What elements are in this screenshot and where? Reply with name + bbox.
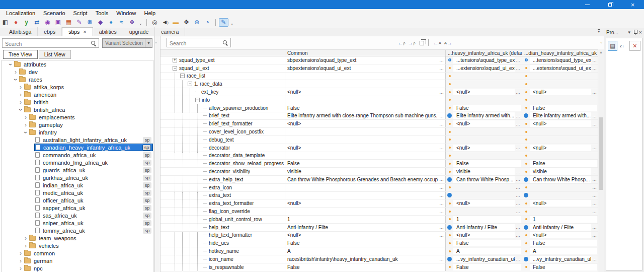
find-previous-icon[interactable]: ←ρ bbox=[397, 39, 406, 47]
tree-item-british_africa[interactable]: ›british_africa bbox=[2, 106, 153, 113]
common-value-cell[interactable]: <null>… bbox=[285, 144, 445, 152]
export-package-icon[interactable]: ▣ bbox=[53, 18, 63, 27]
droplet-icon[interactable]: ♦ bbox=[106, 18, 116, 27]
sp-override-cell[interactable] bbox=[522, 96, 598, 104]
tree-item-dev[interactable]: ›dev bbox=[2, 68, 153, 76]
default-override-cell[interactable] bbox=[445, 128, 522, 135]
toolbar-overflow-icon[interactable]: ⌄ bbox=[139, 21, 142, 26]
sp-override-cell[interactable]: False bbox=[522, 263, 598, 271]
common-value-cell[interactable]: False bbox=[285, 104, 445, 112]
expander-expanded-icon[interactable]: − bbox=[188, 82, 192, 86]
sp-override-cell[interactable]: ...vy_infantry_canadian_uk… bbox=[522, 255, 598, 263]
ellipsis-button[interactable]: … bbox=[591, 145, 597, 150]
common-value-cell[interactable]: A bbox=[285, 247, 445, 255]
ellipsis-button[interactable]: … bbox=[515, 121, 521, 126]
override-value[interactable]: Elite infantry armed with... bbox=[530, 112, 591, 119]
override-value[interactable]: A bbox=[453, 248, 521, 254]
override-value[interactable]: ...tensions\squad_type_ext bbox=[453, 57, 515, 63]
tree-item-afrika_korps[interactable]: ›afrika_korps bbox=[2, 83, 153, 91]
common-value-cell[interactable]: visible… bbox=[285, 168, 445, 175]
common-value-cell[interactable] bbox=[285, 136, 445, 144]
override-value[interactable]: visible bbox=[453, 168, 515, 175]
override-value[interactable]: False bbox=[453, 240, 521, 246]
menu-window[interactable]: Window bbox=[112, 10, 140, 17]
tab-ebps[interactable]: ebps bbox=[38, 27, 62, 36]
panel-close-icon[interactable]: × bbox=[639, 29, 642, 35]
override-value[interactable]: <null> bbox=[453, 120, 515, 127]
sp-override-cell[interactable]: A bbox=[522, 247, 598, 255]
default-override-cell[interactable]: A bbox=[445, 247, 522, 255]
layers-search-icon[interactable]: ❖ bbox=[127, 18, 137, 27]
tree-item-medic_africa_uk[interactable]: medic_africa_uksp bbox=[2, 189, 153, 196]
inspect-icon[interactable]: ◉ bbox=[43, 18, 52, 27]
chevron-collapsed-icon[interactable]: › bbox=[17, 92, 24, 97]
expand-column-right-icon[interactable]: A→ bbox=[443, 39, 453, 47]
expander-expanded-icon[interactable]: − bbox=[180, 74, 185, 78]
default-override-cell[interactable]: … bbox=[445, 184, 522, 191]
tree-item-canadian_heavy_infantry_africa_uk[interactable]: canadian_heavy_infantry_africa_uksp bbox=[2, 144, 153, 151]
tree-item-gurkhas_africa_uk[interactable]: gurkhas_africa_uksp bbox=[2, 174, 153, 181]
ellipsis-button[interactable]: … bbox=[438, 201, 444, 206]
tree-item-commando_lmg_africa_uk[interactable]: commando_lmg_africa_uksp bbox=[2, 159, 153, 166]
tree-item-common[interactable]: ›common bbox=[2, 249, 153, 257]
property-name-cell[interactable]: +squad_type_ext bbox=[160, 56, 285, 64]
ellipsis-button[interactable]: … bbox=[591, 90, 597, 95]
shield-icon[interactable]: ◆ bbox=[96, 18, 105, 27]
common-value-cell[interactable] bbox=[285, 96, 445, 104]
override-value[interactable]: ...vy_infantry_canadian_uk bbox=[530, 256, 591, 262]
menu-script[interactable]: Script bbox=[69, 10, 92, 17]
ellipsis-button[interactable]: … bbox=[515, 185, 521, 190]
tree-item-indian_africa_uk[interactable]: indian_africa_uksp bbox=[2, 181, 153, 189]
view-tab-tree-view[interactable]: Tree View bbox=[3, 50, 38, 59]
seedling-icon[interactable]: y bbox=[22, 18, 31, 27]
pen-icon[interactable]: ✎ bbox=[74, 18, 84, 27]
sort-alphabetical-button[interactable]: z↓ bbox=[617, 41, 627, 51]
ellipsis-button[interactable]: … bbox=[591, 57, 597, 62]
default-override-cell[interactable] bbox=[445, 136, 522, 144]
sp-override-cell[interactable]: <null>… bbox=[522, 232, 598, 239]
chevron-expanded-icon[interactable]: › bbox=[8, 61, 13, 68]
default-override-cell[interactable]: False bbox=[445, 263, 522, 271]
sp-override-cell[interactable]: <null>… bbox=[522, 144, 598, 152]
tab-sbps[interactable]: sbps× bbox=[62, 27, 93, 36]
property-name-cell[interactable]: global_unit_control_row bbox=[160, 216, 285, 223]
property-name-cell[interactable]: hotkey_name bbox=[160, 247, 285, 255]
common-value-cell[interactable]: <null>… bbox=[285, 120, 445, 127]
chevron-collapsed-icon[interactable]: › bbox=[17, 266, 24, 271]
property-name-cell[interactable]: brief_text_formatter bbox=[160, 120, 285, 127]
override-value[interactable]: ...extensions\squad_ui_ext bbox=[453, 65, 515, 72]
default-override-cell[interactable]: ...tensions\squad_type_ext… bbox=[445, 56, 522, 64]
view-tab-list-view[interactable]: List View bbox=[39, 50, 71, 59]
property-name-cell[interactable]: −squad_ui_ext bbox=[160, 64, 285, 72]
chevron-collapsed-icon[interactable]: › bbox=[22, 115, 29, 120]
ellipsis-button[interactable]: … bbox=[438, 57, 444, 62]
chevron-expanded-icon[interactable]: › bbox=[18, 106, 23, 113]
property-name-cell[interactable]: cover_level_icon_postfix bbox=[160, 128, 285, 135]
override-value[interactable]: ...extensions\squad_ui_ext bbox=[530, 65, 591, 72]
property-name-cell[interactable]: debug_text bbox=[160, 136, 285, 144]
override-value[interactable]: Anti-infantry / Elite bbox=[453, 224, 515, 231]
ellipsis-button[interactable]: … bbox=[591, 193, 597, 198]
ellipsis-button[interactable]: … bbox=[438, 185, 444, 190]
override-value[interactable]: Elite infantry armed with... bbox=[453, 112, 515, 119]
common-value-cell[interactable]: 1 bbox=[285, 216, 445, 223]
ellipsis-button[interactable]: … bbox=[438, 169, 444, 174]
menu-scenario[interactable]: Scenario bbox=[39, 10, 69, 17]
sp-override-cell[interactable] bbox=[522, 128, 598, 135]
property-name-cell[interactable]: help_text_formatter bbox=[160, 232, 285, 239]
tree-item-commando_africa_uk[interactable]: commando_africa_uksp bbox=[2, 151, 153, 159]
default-override-cell[interactable]: 1 bbox=[445, 216, 522, 223]
default-override-cell[interactable] bbox=[445, 80, 522, 88]
ellipsis-button[interactable]: … bbox=[591, 233, 597, 238]
ellipsis-button[interactable]: … bbox=[515, 193, 521, 198]
tab-camera[interactable]: camera bbox=[155, 27, 185, 36]
color-wheel-icon[interactable]: ● bbox=[11, 18, 21, 27]
common-value-cell[interactable] bbox=[285, 128, 445, 135]
default-override-cell[interactable]: <null>… bbox=[445, 144, 522, 152]
default-override-cell[interactable]: visible… bbox=[445, 168, 522, 175]
common-value-cell[interactable]: <null>… bbox=[285, 88, 445, 96]
tree-item-sapper_africa_uk[interactable]: sapper_africa_uksp bbox=[2, 204, 153, 212]
grid-overflow-icon[interactable]: ⌄ bbox=[600, 40, 603, 44]
variant-selection-dropdown[interactable]: Variant Selection ▼ bbox=[102, 38, 152, 48]
ellipsis-button[interactable]: … bbox=[438, 145, 444, 150]
